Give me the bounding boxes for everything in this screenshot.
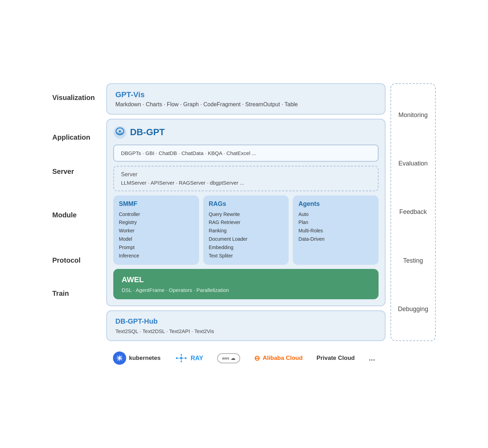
right-feedback: Feedback (399, 206, 427, 218)
label-visualization: Visualization (52, 83, 105, 113)
module-row: SMMF ControllerRegistryWorkerModelPrompt… (113, 195, 379, 265)
right-testing: Testing (403, 254, 423, 267)
logos-bar: kubernetes RAY aws ☁ (52, 352, 436, 365)
ray-logo: RAY (175, 353, 203, 363)
ray-label: RAY (191, 355, 203, 362)
label-module: Module (52, 186, 105, 245)
dbgpt-logo-icon (113, 126, 127, 139)
agents-items: AutoPlanMulti-RolesData-Driven (298, 210, 373, 244)
label-train: Train (52, 276, 105, 311)
alibaba-logo: ⊖ Alibaba Cloud (254, 354, 303, 362)
agents-title: Agents (298, 200, 373, 208)
layer-labels: Visualization Application Server Module … (52, 83, 105, 365)
kubernetes-icon (113, 352, 126, 365)
rags-items: Query RewriteRAG RetrieverRankingDocumen… (209, 210, 283, 260)
vis-items: Markdown · Charts · Flow · Graph · CodeF… (115, 101, 376, 108)
aws-logo: aws ☁ (217, 353, 240, 363)
server-items: LLMServer · APIServer · RAGServer · dbgp… (121, 180, 371, 186)
svg-point-3 (180, 357, 182, 359)
private-cloud-logo: Private Cloud (317, 355, 355, 362)
diagram-area: GPT-Vis Markdown · Charts · Flow · Graph… (106, 83, 436, 341)
ray-icon (175, 353, 188, 363)
big-box: DB-GPT DBGPTs · GBI · ChatDB · ChatData … (106, 119, 386, 307)
vis-title: GPT-Vis (115, 90, 376, 99)
train-items: Text2SQL · Text2DSL · Text2API · Text2Vi… (115, 328, 376, 334)
svg-point-5 (185, 357, 186, 359)
aws-cloud-icon: aws ☁ (217, 353, 240, 363)
label-server: Server (52, 158, 105, 186)
visualization-box: GPT-Vis Markdown · Charts · Flow · Graph… (106, 83, 386, 115)
train-title: DB-GPT-Hub (115, 317, 376, 325)
more-label: ... (369, 354, 375, 363)
right-monitoring: Monitoring (398, 109, 428, 122)
awel-box: AWEL DSL · AgentFrame · Operators · Para… (113, 269, 379, 299)
right-column: Monitoring Evaluation Feedback Testing D… (390, 83, 436, 341)
page-wrapper: GPT-Vis Markdown · Charts · Flow · Graph… (52, 83, 436, 365)
svg-point-11 (181, 361, 182, 363)
label-protocol: Protocol (52, 245, 105, 276)
server-dashed-box: Server LLMServer · APIServer · RAGServer… (113, 166, 379, 191)
agents-box: Agents AutoPlanMulti-RolesData-Driven (293, 195, 379, 265)
kubernetes-logo: kubernetes (113, 352, 161, 365)
alibaba-icon: ⊖ (254, 354, 260, 362)
svg-point-4 (176, 357, 177, 359)
dbgpt-header: DB-GPT (113, 126, 379, 139)
app-items: DBGPTs · GBI · ChatDB · ChatData · KBQA … (121, 150, 256, 156)
svg-point-10 (181, 354, 182, 355)
server-label: Server (121, 171, 371, 178)
alibaba-label: Alibaba Cloud (263, 355, 303, 362)
more-item: ... (369, 354, 375, 363)
kubernetes-label: kubernetes (129, 355, 161, 362)
train-box: DB-GPT-Hub Text2SQL · Text2DSL · Text2AP… (106, 310, 386, 341)
smmf-box: SMMF ControllerRegistryWorkerModelPrompt… (113, 195, 199, 265)
right-debugging: Debugging (398, 303, 428, 316)
svg-point-2 (119, 357, 121, 359)
svg-point-1 (119, 130, 121, 132)
main-column: GPT-Vis Markdown · Charts · Flow · Graph… (106, 83, 386, 341)
smmf-title: SMMF (119, 200, 193, 208)
right-evaluation: Evaluation (398, 157, 428, 170)
rags-title: RAGs (209, 200, 283, 208)
awel-title: AWEL (122, 275, 370, 284)
smmf-items: ControllerRegistryWorkerModelPromptInfer… (119, 210, 193, 260)
private-cloud-label: Private Cloud (317, 355, 355, 362)
label-application: Application (52, 113, 105, 158)
rags-box: RAGs Query RewriteRAG RetrieverRankingDo… (203, 195, 289, 265)
app-inner-box: DBGPTs · GBI · ChatDB · ChatData · KBQA … (113, 145, 379, 162)
dbgpt-title: DB-GPT (130, 127, 165, 138)
awel-items: DSL · AgentFrame · Operators · Paralleli… (122, 287, 370, 293)
